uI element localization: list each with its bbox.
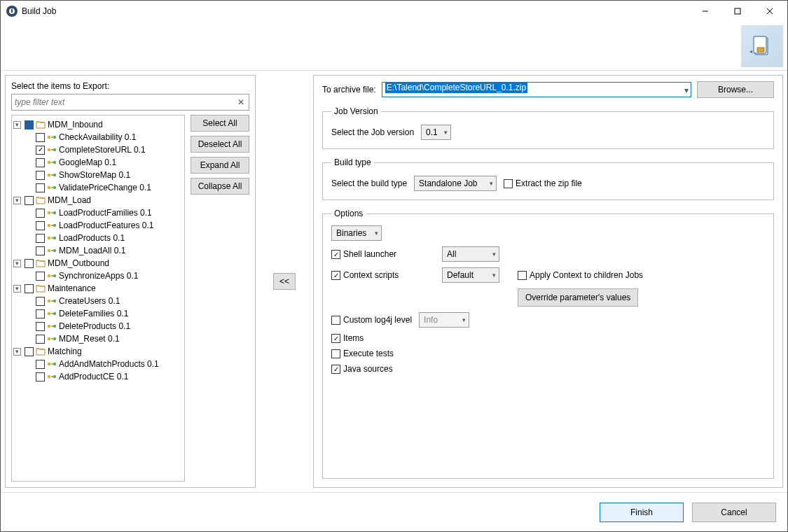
expand-all-button[interactable]: Expand All <box>191 157 249 174</box>
tree-row[interactable]: Maintenance <box>13 282 183 295</box>
tree-row[interactable]: Matching <box>13 345 183 358</box>
context-scripts-checkbox[interactable]: Context scripts <box>331 270 436 280</box>
tree-checkbox[interactable] <box>36 322 45 331</box>
tree-row[interactable]: AddAndMatchProducts 0.1 <box>25 358 183 370</box>
checkbox-icon <box>331 250 340 259</box>
tree-checkbox[interactable] <box>36 171 45 180</box>
tree-row[interactable]: LoadProductFeatures 0.1 <box>25 219 183 232</box>
tree-row[interactable]: ShowStoreMap 0.1 <box>25 169 183 181</box>
collapse-all-button[interactable]: Collapse All <box>191 178 249 195</box>
tree-row[interactable]: ValidatePriceChange 0.1 <box>25 181 183 194</box>
tree-checkbox[interactable] <box>25 259 34 268</box>
tree-row[interactable]: MDM_Inbound <box>13 118 183 131</box>
override-parameters-button[interactable]: Override parameter's values <box>518 288 638 307</box>
tree-checkbox[interactable] <box>25 284 34 293</box>
job-icon <box>47 209 57 217</box>
disclosure-icon[interactable] <box>13 348 21 356</box>
tree-row[interactable]: CheckAvailability 0.1 <box>25 131 183 144</box>
disclosure-icon[interactable] <box>13 260 21 267</box>
tree-checkbox[interactable] <box>25 347 34 356</box>
tree-checkbox[interactable] <box>36 209 45 218</box>
apply-context-checkbox[interactable]: Apply Context to children Jobs <box>518 270 765 280</box>
tree-row[interactable]: SynchronizeApps 0.1 <box>25 270 183 282</box>
tree-row[interactable]: MDM_LoadAll 0.1 <box>25 244 183 257</box>
tree-row[interactable]: DeleteFamilies 0.1 <box>25 307 183 320</box>
cancel-button[interactable]: Cancel <box>692 503 776 522</box>
svg-point-38 <box>53 363 56 365</box>
job-icon <box>47 360 57 368</box>
items-checkbox[interactable]: Items <box>331 333 765 343</box>
svg-point-31 <box>48 312 50 315</box>
tree-row[interactable]: DeleteProducts 0.1 <box>25 320 183 332</box>
shuttle-left-button[interactable]: << <box>273 273 296 290</box>
tree-checkbox[interactable] <box>36 158 45 167</box>
maximize-button[interactable] <box>721 1 754 22</box>
items-tree[interactable]: MDM_InboundCheckAvailability 0.1Complete… <box>11 115 185 482</box>
chevron-down-icon: ▾ <box>492 251 496 258</box>
job-icon <box>47 133 57 141</box>
svg-rect-8 <box>757 48 764 52</box>
tree-row[interactable]: MDM_Load <box>13 194 183 206</box>
tree-checkbox[interactable] <box>36 146 45 155</box>
tree-checkbox[interactable] <box>36 360 45 369</box>
deselect-all-button[interactable]: Deselect All <box>191 136 249 153</box>
execute-tests-checkbox[interactable]: Execute tests <box>331 349 765 358</box>
disclosure-icon[interactable] <box>13 197 21 204</box>
folder-icon <box>36 195 46 205</box>
tree-checkbox[interactable] <box>36 272 45 281</box>
svg-rect-1 <box>11 9 13 13</box>
folder-icon <box>36 346 46 356</box>
archive-path-combo[interactable]: E:\Talend\CompleteStoreURL_0.1.zip ▾ <box>382 82 691 97</box>
tree-checkbox[interactable] <box>36 335 45 344</box>
finish-button[interactable]: Finish <box>600 503 684 522</box>
job-version-select[interactable]: 0.1▾ <box>421 125 451 140</box>
settings-panel: To archive file: E:\Talend\CompleteStore… <box>313 75 783 488</box>
build-type-select[interactable]: Standalone Job▾ <box>414 176 497 191</box>
select-all-button[interactable]: Select All <box>191 115 249 132</box>
filter-input[interactable] <box>11 94 249 111</box>
shell-launcher-select[interactable]: All▾ <box>442 246 499 262</box>
tree-row[interactable]: AddProductCE 0.1 <box>25 370 183 383</box>
tree-row[interactable]: GoogleMap 0.1 <box>25 156 183 169</box>
minimize-button[interactable] <box>689 1 721 22</box>
folder-icon <box>36 258 46 268</box>
browse-button[interactable]: Browse... <box>697 81 774 98</box>
tree-checkbox[interactable] <box>36 297 45 306</box>
tree-checkbox[interactable] <box>25 196 34 205</box>
tree-checkbox[interactable] <box>36 372 45 382</box>
svg-point-34 <box>53 325 56 328</box>
tree-checkbox[interactable] <box>25 120 34 130</box>
svg-point-9 <box>48 136 50 139</box>
checkbox-icon <box>331 271 340 280</box>
clear-filter-icon[interactable]: ✕ <box>235 97 247 108</box>
binaries-select[interactable]: Binaries▾ <box>331 225 382 241</box>
context-scripts-select[interactable]: Default▾ <box>442 267 499 283</box>
tree-row[interactable]: MDM_Reset 0.1 <box>25 332 183 345</box>
tree-checkbox[interactable] <box>36 183 45 192</box>
tree-checkbox[interactable] <box>36 246 45 255</box>
svg-point-13 <box>48 161 50 164</box>
tree-row[interactable]: LoadProducts 0.1 <box>25 232 183 244</box>
disclosure-icon <box>25 373 32 381</box>
disclosure-icon <box>25 172 32 179</box>
tree-row[interactable]: CompleteStoreURL 0.1 <box>25 144 183 156</box>
tree-row[interactable]: MDM_Outbound <box>13 257 183 270</box>
disclosure-icon <box>25 335 32 343</box>
shell-launcher-checkbox[interactable]: Shell launcher <box>331 249 436 259</box>
disclosure-icon[interactable] <box>13 285 21 293</box>
content-area: Select the items to Export: ✕ MDM_Inboun… <box>1 71 787 492</box>
tree-checkbox[interactable] <box>36 133 45 142</box>
disclosure-icon[interactable] <box>13 121 21 129</box>
tree-item-label: MDM_LoadAll 0.1 <box>59 246 125 255</box>
java-sources-checkbox[interactable]: Java sources <box>331 364 765 374</box>
svg-point-25 <box>48 249 50 252</box>
tree-checkbox[interactable] <box>36 234 45 243</box>
extract-zip-checkbox[interactable]: Extract the zip file <box>504 178 582 188</box>
tree-row[interactable]: CreateUsers 0.1 <box>25 295 183 307</box>
tree-row[interactable]: LoadProductFamilies 0.1 <box>25 206 183 219</box>
log4j-checkbox[interactable]: Custom log4j level Info▾ <box>331 312 765 328</box>
close-button[interactable] <box>754 1 786 22</box>
tree-checkbox[interactable] <box>36 309 45 318</box>
tree-item-label: Matching <box>48 346 82 356</box>
tree-checkbox[interactable] <box>36 221 45 230</box>
